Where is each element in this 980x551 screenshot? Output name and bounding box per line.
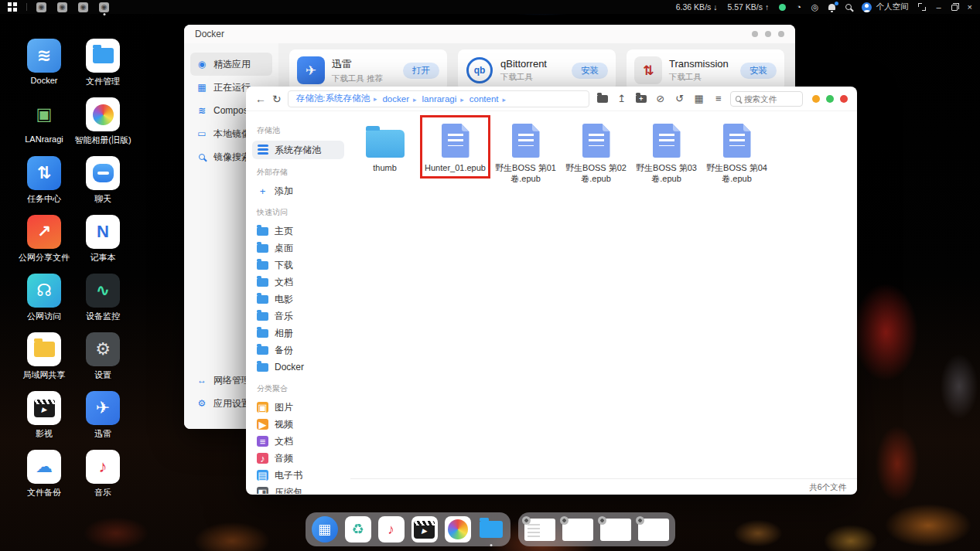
move-to-folder-icon[interactable] [597,94,608,104]
sidebar-item-system-storage[interactable]: 系统存储池 [252,141,344,159]
app-action-button[interactable]: 安装 [572,63,608,79]
breadcrumb-content[interactable]: content [470,94,510,104]
sidebar-item-audio[interactable]: ♪ 音频 [252,450,344,467]
minimize-icon[interactable]: – [936,2,941,12]
breadcrumb-docker[interactable]: docker [382,94,420,104]
app-card-qbittorrent[interactable]: qb qBittorrent 下载工具 安装 [458,49,616,91]
new-folder-icon[interactable] [636,94,647,104]
desktop-icon-docker[interactable]: ≋ Docker [15,39,73,97]
dock-window-thumb-1[interactable] [524,519,555,541]
upload-icon[interactable]: ↥ [616,94,627,104]
sidebar-item-docker[interactable]: Docker [252,359,344,376]
status-dot-icon[interactable] [779,4,786,11]
file-item-hunter-01[interactable]: Hunter_01.epub [422,117,488,176]
sidebar-item-desktop[interactable]: 桌面 [252,240,344,257]
back-icon[interactable]: ← [255,93,266,105]
dock-window-thumb-4[interactable] [638,519,669,541]
sidebar-item-docs[interactable]: ≡ 文档 [252,433,344,450]
breadcrumb-storage-pool[interactable]: 存储池:系统存储池 [296,93,381,104]
search-icon[interactable] [845,4,852,10]
file-item-boss-02[interactable]: 野生BOSS 第02卷.epub [563,117,629,188]
sidebar-item-archives[interactable]: ◧ 压缩包 [252,484,344,494]
docker-nav-featured-apps[interactable]: ◉ 精选应用 [190,53,272,76]
sidebar-item-movies[interactable]: 电影 [252,291,344,308]
desktop-icon-music[interactable]: ♪ 音乐 [73,450,132,508]
sidebar-item-label: 相册 [275,327,293,340]
file-item-boss-01[interactable]: 野生BOSS 第01卷.epub [493,117,558,188]
maximize-dot[interactable] [826,95,834,103]
app-card-transmission[interactable]: ⇅ Transmission 下载工具 安装 [627,49,784,91]
window-dot-minimize[interactable] [752,31,758,37]
view-mode-icon[interactable]: ▦ [694,94,705,104]
search-input[interactable] [744,94,797,104]
sidebar-item-backup[interactable]: 备份 [252,342,344,359]
sidebar-item-documents[interactable]: 文档 [252,274,344,291]
target-icon[interactable]: ◎ [811,2,819,12]
desktop-icon-lanraragi[interactable]: ▣ LANraragi [15,97,73,156]
dock-icon-trash[interactable]: ♻ [345,516,371,542]
app-card-xunlei[interactable]: ✈ 迅雷 下载工具 推荐 打开 [289,49,447,91]
file-item-thumb[interactable]: thumb [352,117,418,176]
taskbar-app-3[interactable]: ◉ [78,2,88,12]
dock-window-thumb-2[interactable] [562,519,593,541]
desktop-icon-xunlei[interactable]: ✈ 迅雷 [73,391,132,450]
search-box[interactable] [730,91,803,107]
app-launcher-icon[interactable] [8,2,17,12]
taskbar-app-2[interactable]: ◉ [57,2,67,12]
app-action-button[interactable]: 打开 [403,63,439,79]
desktop-icon-lan-share[interactable]: 局域网共享 [15,332,73,391]
sidebar-item-add-external[interactable]: + 添加 [252,182,344,199]
desktop-icon-smart-album[interactable]: 智能相册(旧版) [73,97,132,156]
desktop-icon-task-center[interactable]: ⇅ 任务中心 [15,156,73,215]
docker-titlebar[interactable]: Docker [184,25,795,43]
desktop-icon-notepad[interactable]: N 记事本 [73,215,132,274]
window-dot-maximize[interactable] [765,31,771,37]
desktop-icon-chat[interactable]: 聊天 [73,156,132,215]
dock-icon-launcher[interactable]: ▦ [312,516,338,542]
sidebar-item-videos[interactable]: ▶ 视频 [252,416,344,433]
sidebar-item-ebooks[interactable]: ▤ 电子书 [252,467,344,484]
nav-label: 网络管理 [213,374,251,387]
minimize-dot[interactable] [812,95,820,103]
notifications-bell-icon[interactable] [828,4,835,10]
desktop-icon-file-backup[interactable]: ☁ 文件备份 [15,450,73,508]
close-dot[interactable] [840,95,848,103]
desktop-icon-label: 聊天 [94,193,111,205]
file-item-boss-04[interactable]: 野生BOSS 第04卷.epub [704,117,770,188]
sidebar-item-label: 音频 [275,452,293,465]
sidebar-item-downloads[interactable]: 下载 [252,257,344,274]
close-icon[interactable]: × [968,2,972,12]
app-icon: ✈ [86,391,120,425]
taskbar-app-4[interactable]: ◉ [99,2,109,12]
dock-icon-files[interactable] [478,516,504,542]
desktop-icon-device-monitor[interactable]: ∿ 设备监控 [73,274,132,332]
sidebar-item-pictures[interactable]: ▣ 图片 [252,399,344,416]
app-action-button[interactable]: 安装 [740,63,777,79]
desktop-icon-video[interactable]: 影视 [15,391,73,450]
sidebar-item-home[interactable]: 主页 [252,223,344,240]
desktop-icon-public-access[interactable]: ☊ 公网访问 [15,274,73,332]
refresh-icon[interactable]: ↻ [272,93,282,105]
sort-icon[interactable]: ≡ [713,94,724,104]
restore-icon[interactable] [951,5,958,11]
dock-window-thumb-3[interactable] [600,519,631,541]
dock-icon-video[interactable] [411,516,438,542]
app-store-icon: ✈ [297,56,325,84]
fullscreen-icon[interactable] [918,3,926,11]
user-menu[interactable]: 个人空间 [862,2,908,12]
file-item-boss-03[interactable]: 野生BOSS 第03卷.epub [633,117,699,188]
breadcrumb-lanraragi[interactable]: lanraragi [422,94,468,104]
desktop-icon-settings[interactable]: ⚙ 设置 [73,332,132,391]
dock-icon-music[interactable]: ♪ [378,516,405,542]
desktop-icon-file-manager[interactable]: 文件管理 [73,39,132,97]
clock-icon[interactable]: ◔ [796,2,801,12]
taskbar-app-1[interactable]: ◉ [36,2,46,12]
share-icon[interactable]: ↺ [674,94,685,104]
dock-icon-photos[interactable] [445,516,471,542]
menubar: ◉ ◉ ◉ ◉ 6.36 KB/s ↓ 5.57 KB/s ↑ ◔ ◎ 个人空间… [0,0,980,14]
sidebar-item-albums[interactable]: 相册 [252,325,344,342]
window-dot-close[interactable] [778,31,784,37]
sidebar-item-music[interactable]: 音乐 [252,308,344,325]
hidden-files-icon[interactable]: ⊘ [655,94,666,104]
desktop-icon-public-share[interactable]: ↗ 公网分享文件 [15,215,73,274]
